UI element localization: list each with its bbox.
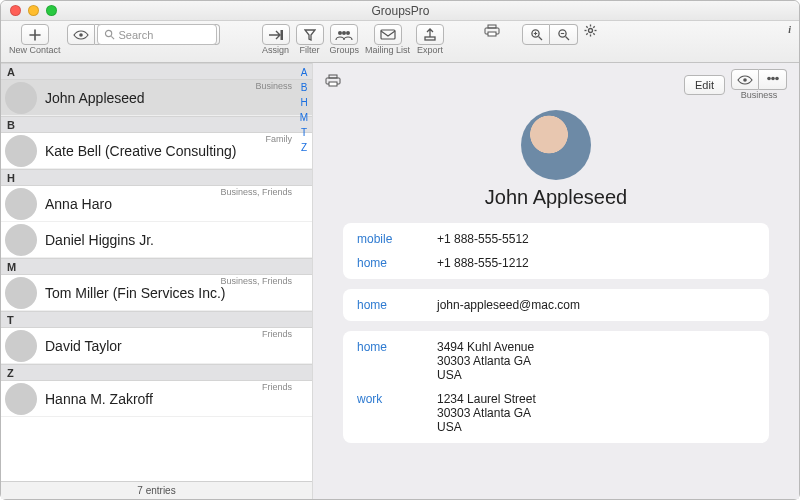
contact-name-label: David Taylor <box>45 338 122 354</box>
svg-point-0 <box>79 33 83 37</box>
new-contact-button[interactable] <box>21 24 49 45</box>
contact-tag: Business <box>255 81 292 91</box>
contact-tag: Family <box>266 134 293 144</box>
detail-field-label: home <box>357 298 437 312</box>
section-header: Z <box>1 364 312 381</box>
contact-row[interactable]: John AppleseedBusiness <box>1 80 312 116</box>
svg-rect-8 <box>425 37 435 40</box>
svg-line-24 <box>586 33 587 34</box>
avatar <box>5 277 37 309</box>
detail-row: mobile+1 888-555-5512 <box>343 227 769 251</box>
index-letter[interactable]: Z <box>298 142 310 153</box>
svg-rect-3 <box>280 30 283 40</box>
detail-field-value: +1 888-555-5512 <box>437 232 529 246</box>
detail-eye-toggle[interactable] <box>731 69 759 90</box>
avatar <box>5 135 37 167</box>
export-button[interactable] <box>416 24 444 45</box>
svg-rect-7 <box>381 30 395 39</box>
contact-tag: Business, Friends <box>220 187 292 197</box>
index-letter[interactable]: T <box>298 127 310 138</box>
index-letter[interactable]: H <box>298 97 310 108</box>
export-label: Export <box>417 46 443 55</box>
detail-row: home+1 888-555-1212 <box>343 251 769 275</box>
detail-row: homejohn-appleseed@mac.com <box>343 293 769 317</box>
print-button-2[interactable] <box>484 24 500 45</box>
detail-field-label: home <box>357 340 437 382</box>
contact-name-label: John Appleseed <box>45 90 145 106</box>
assign-button[interactable] <box>262 24 290 45</box>
svg-point-6 <box>346 31 350 35</box>
contacts-sidebar: AJohn AppleseedBusinessBKate Bell (Creat… <box>1 63 313 499</box>
contact-name-label: Daniel Higgins Jr. <box>45 232 154 248</box>
svg-rect-27 <box>329 82 337 86</box>
contact-row[interactable]: Tom Miller (Fin Services Inc.)Business, … <box>1 275 312 311</box>
groups-label: Groups <box>330 46 360 55</box>
detail-field-value: +1 888-555-1212 <box>437 256 529 270</box>
avatar <box>5 224 37 256</box>
section-header: B <box>1 116 312 133</box>
avatar <box>5 82 37 114</box>
window-title: GroupsPro <box>2 4 799 18</box>
footer-count: 7 entries <box>1 481 312 499</box>
svg-line-2 <box>111 36 114 39</box>
svg-line-15 <box>566 37 570 41</box>
eye-toggle[interactable] <box>67 24 95 45</box>
settings-button[interactable] <box>584 24 597 45</box>
phones-card: mobile+1 888-555-5512home+1 888-555-1212 <box>343 223 769 279</box>
index-letter[interactable]: A <box>298 67 310 78</box>
svg-line-13 <box>538 37 542 41</box>
info-button[interactable]: i <box>788 24 791 45</box>
contact-row[interactable]: Hanna M. ZakroffFriends <box>1 381 312 417</box>
detail-field-value: 1234 Laurel Street30303 Atlanta GAUSA <box>437 392 536 434</box>
svg-point-28 <box>743 78 747 82</box>
contact-row[interactable]: Daniel Higgins Jr. <box>1 222 312 258</box>
detail-field-value: 3494 Kuhl Avenue30303 Atlanta GAUSA <box>437 340 534 382</box>
contact-row[interactable]: Anna HaroBusiness, Friends <box>1 186 312 222</box>
contact-row[interactable]: David TaylorFriends <box>1 328 312 364</box>
detail-panel: Edit Business John Appleseed mobile+1 88 <box>313 63 799 499</box>
contact-tag: Friends <box>262 329 292 339</box>
detail-field-value: john-appleseed@mac.com <box>437 298 580 312</box>
detail-field-label: mobile <box>357 232 437 246</box>
svg-line-21 <box>586 26 587 27</box>
search-input[interactable]: Search <box>97 24 217 45</box>
contact-row[interactable]: Kate Bell (Creative Consulting)Family <box>1 133 312 169</box>
section-header: H <box>1 169 312 186</box>
alpha-index[interactable]: ABHMTZ <box>298 67 310 153</box>
new-contact-label: New Contact <box>9 46 61 55</box>
filter-button[interactable] <box>296 24 324 45</box>
detail-field-label: home <box>357 256 437 270</box>
section-header: A <box>1 63 312 80</box>
edit-button[interactable]: Edit <box>684 75 725 95</box>
zoom-out-button[interactable] <box>550 24 578 45</box>
svg-rect-11 <box>488 32 496 36</box>
svg-point-4 <box>338 31 342 35</box>
search-icon <box>104 29 115 40</box>
mailing-list-label: Mailing List <box>365 46 410 55</box>
groups-button[interactable] <box>330 24 358 45</box>
index-letter[interactable]: B <box>298 82 310 93</box>
svg-point-5 <box>342 31 346 35</box>
contact-name: John Appleseed <box>325 186 787 209</box>
index-letter[interactable]: M <box>298 112 310 123</box>
print-button[interactable] <box>325 74 341 95</box>
detail-row: work1234 Laurel Street30303 Atlanta GAUS… <box>343 387 769 439</box>
svg-point-1 <box>105 30 111 36</box>
svg-line-23 <box>593 26 594 27</box>
svg-point-16 <box>589 29 593 33</box>
svg-point-31 <box>775 76 779 80</box>
section-header: M <box>1 258 312 275</box>
mailing-list-button[interactable] <box>374 24 402 45</box>
avatar <box>5 188 37 220</box>
section-header: T <box>1 311 312 328</box>
svg-line-22 <box>593 33 594 34</box>
detail-groups-toggle[interactable] <box>759 69 787 90</box>
assign-label: Assign <box>262 46 289 55</box>
contact-name-label: Anna Haro <box>45 196 112 212</box>
contact-name-label: Tom Miller (Fin Services Inc.) <box>45 285 225 301</box>
zoom-in-button[interactable] <box>522 24 550 45</box>
filter-label: Filter <box>300 46 320 55</box>
detail-row: home3494 Kuhl Avenue30303 Atlanta GAUSA <box>343 335 769 387</box>
contact-name-label: Kate Bell (Creative Consulting) <box>45 143 236 159</box>
contact-tag: Business, Friends <box>220 276 292 286</box>
